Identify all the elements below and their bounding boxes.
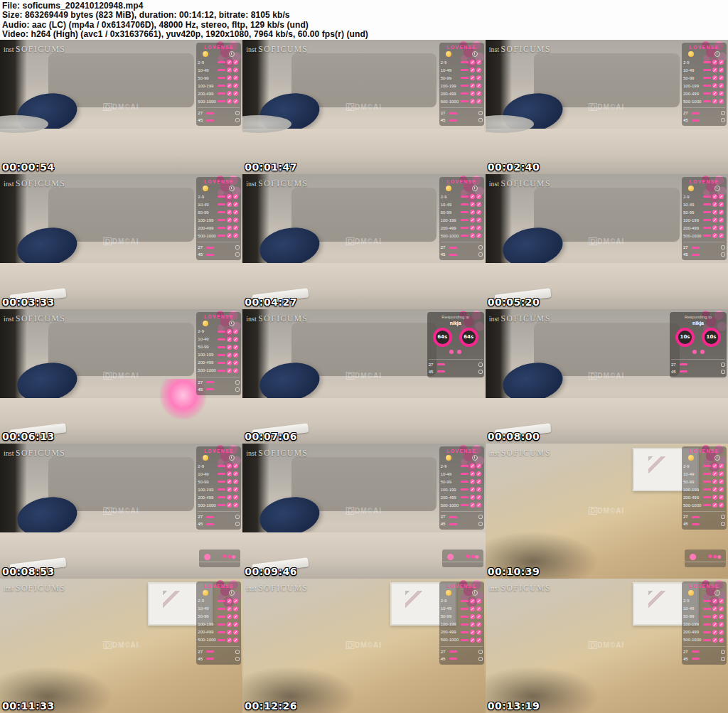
tip-value-bar <box>206 523 214 525</box>
clock-icon <box>472 455 478 461</box>
tip-menu-footer-row: 45 <box>198 520 240 527</box>
video-thumbnail: inst SOFICUMS 🄳DM©AI LOVENSE 2-910-4950-… <box>0 174 242 309</box>
timer-value: 64s <box>437 334 447 340</box>
tip-value-bar <box>461 195 469 198</box>
footer-number: 45 <box>441 252 447 257</box>
tip-menu-footer-row: 27 <box>441 109 483 117</box>
pink-circle-icon <box>719 495 724 500</box>
tip-value-bar <box>461 473 469 475</box>
timer-dots <box>672 350 724 354</box>
tip-menu-row: 2-9 <box>683 597 725 605</box>
video-thumbnail: inst SOFICUMS 🄳DM©AI LOVENSE 2-910-4950-… <box>242 444 485 578</box>
pink-circle-icon <box>712 463 717 468</box>
lovense-brand-label: LOVENSE <box>198 583 240 589</box>
coin-icon <box>203 186 208 191</box>
timer-dots <box>429 350 482 354</box>
tip-range-label: 50-99 <box>198 345 216 349</box>
tip-menu-row: 50-99 <box>683 208 725 216</box>
pink-circle-icon <box>470 479 475 484</box>
tip-menu-row: 10-49 <box>198 66 240 74</box>
pink-circle-icon <box>227 471 232 476</box>
pink-circle-icon <box>719 75 724 80</box>
timestamp: 00:04:27 <box>245 296 297 308</box>
pink-circle-icon <box>712 225 717 230</box>
tip-range-label: 500-1000 <box>198 638 216 642</box>
tip-range-label: 100-199 <box>683 622 702 626</box>
tip-menu-rows: 2-910-4950-99100-199200-499500-1000 <box>198 328 240 375</box>
tip-menu-footer: 2745 <box>683 511 725 527</box>
tip-value-bar <box>449 247 457 249</box>
settings-icon <box>478 657 483 661</box>
tip-value-bar <box>206 388 214 390</box>
tip-menu-row: 100-199 <box>198 351 240 359</box>
tip-menu-footer-row: 27 <box>441 648 483 655</box>
tip-range-label: 500-1000 <box>441 503 459 508</box>
pink-circle-icon <box>227 495 232 500</box>
tip-value-bar <box>206 254 214 256</box>
footer-number: 27 <box>671 363 678 367</box>
tip-value-bar <box>218 354 225 356</box>
settings-icon <box>235 657 240 661</box>
tip-menu-row: 50-99 <box>198 74 240 82</box>
tip-range-label: 50-99 <box>198 480 216 484</box>
tip-menu-row: 50-99 <box>441 74 483 82</box>
pink-circle-icon <box>227 60 232 65</box>
tip-value-bar <box>703 608 711 610</box>
tip-range-label: 500-1000 <box>683 503 702 508</box>
lovense-brand-label: LOVENSE <box>198 448 240 454</box>
tip-range-label: 100-199 <box>441 218 459 223</box>
tip-menu-footer-row: 45 <box>441 655 483 663</box>
pink-circle-icon <box>470 606 475 611</box>
video-thumbnail: inst SOFICUMS 🄳DM©AI LOVENSE 2-910-4950-… <box>242 579 485 713</box>
watermark-name: SOFICUMS <box>258 449 308 457</box>
tip-menu-overlay: LOVENSE 2-910-4950-99100-199200-499500-1… <box>196 312 241 395</box>
footer-number: 45 <box>429 370 435 374</box>
pink-circle-icon <box>470 68 475 73</box>
tip-menu-row: 100-199 <box>683 216 725 224</box>
coin-icon <box>203 590 208 596</box>
toy-banner-graphic <box>685 550 726 567</box>
pink-circle-icon <box>476 638 481 643</box>
tip-menu-row: 2-9 <box>198 462 240 470</box>
tip-range-label: 10-49 <box>198 472 216 476</box>
settings-icon <box>721 657 725 661</box>
tip-menu-row: 10-49 <box>198 336 240 343</box>
lovense-brand-label: LOVENSE <box>683 583 725 589</box>
pink-circle-icon <box>233 606 238 611</box>
pink-circle-icon <box>233 368 238 373</box>
tip-range-label: 50-99 <box>441 614 459 618</box>
tip-menu-row: 200-499 <box>683 493 725 501</box>
responding-to-name: nikja <box>672 321 724 326</box>
tip-menu-footer-row: 45 <box>441 117 483 124</box>
watermark-name: SOFICUMS <box>258 584 308 592</box>
tip-range-label: 200-499 <box>198 360 216 365</box>
tip-menu-footer: 2745 <box>683 107 725 124</box>
pink-circle-icon <box>227 606 232 611</box>
tip-value-bar <box>692 254 700 256</box>
tip-value-bar <box>206 658 214 660</box>
pink-circle-icon <box>712 233 717 238</box>
settings-icon <box>721 522 725 526</box>
pink-circle-icon <box>476 471 481 476</box>
pink-circle-icon <box>719 471 724 476</box>
tip-menu-overlay: LOVENSE 2-910-4950-99100-199200-499500-1… <box>682 581 727 665</box>
tip-value-bar <box>218 639 225 641</box>
tip-value-bar <box>703 465 711 467</box>
timer-ring: 10s <box>675 328 695 347</box>
tip-menu-row: 200-499 <box>683 224 725 232</box>
pink-circle-icon <box>470 210 475 215</box>
settings-icon <box>235 252 240 257</box>
pink-circle-icon <box>470 202 475 207</box>
tip-value-bar <box>218 85 225 87</box>
pink-circle-icon <box>719 83 724 88</box>
settings-icon <box>721 650 725 654</box>
tip-menu-row: 100-199 <box>441 82 483 90</box>
clock-icon <box>472 186 478 191</box>
tip-menu-row: 2-9 <box>198 328 240 336</box>
timestamp: 00:02:40 <box>488 161 540 173</box>
video-thumbnail: inst SOFICUMS 🄳DM©AI LOVENSE 2-910-4950-… <box>486 40 728 174</box>
settings-icon <box>235 380 240 385</box>
tip-value-bar <box>461 481 469 483</box>
tip-menu-row: 500-1000 <box>198 97 240 105</box>
tip-range-label: 100-199 <box>441 622 459 626</box>
